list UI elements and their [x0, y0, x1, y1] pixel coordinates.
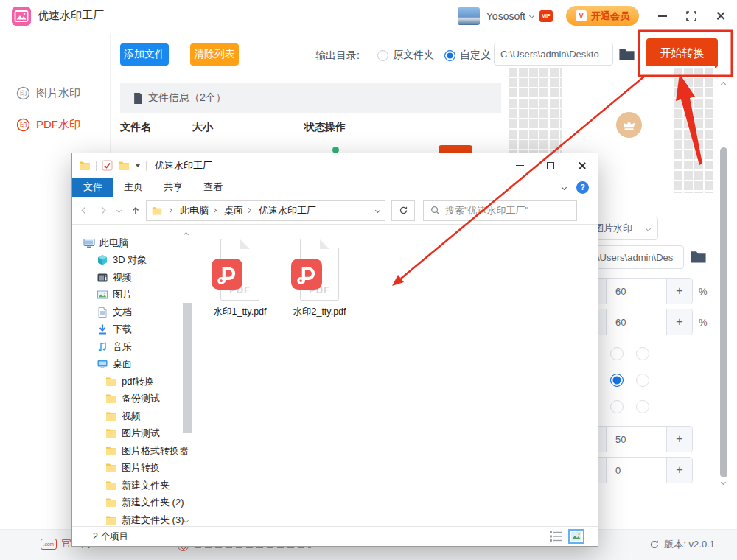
output-path-input[interactable]: C:\Users\admin\Deskto — [494, 43, 613, 66]
pdf-file-item[interactable]: PDF 水印1_tty.pdf — [209, 236, 271, 318]
position-radio[interactable] — [636, 374, 649, 387]
pdf-file-item[interactable]: PDF 水印2_tty.pdf — [288, 236, 351, 318]
table-header-row: 文件名大小状态操作 — [120, 113, 501, 142]
position-radio[interactable] — [610, 400, 624, 413]
tree-item[interactable]: 备份测试 — [72, 391, 183, 408]
cube-icon — [97, 254, 108, 266]
stepper-value[interactable]: 60 — [607, 279, 626, 304]
properties-check-icon[interactable] — [102, 160, 113, 171]
position-radio[interactable] — [636, 347, 649, 360]
open-vip-button[interactable]: V 开通会员 — [566, 6, 639, 26]
stepper-value[interactable]: 0 — [607, 458, 621, 483]
start-convert-button[interactable]: 开始转换 — [646, 38, 718, 68]
stepper-value[interactable]: 50 — [607, 427, 626, 452]
explorer-maximize-button[interactable] — [547, 162, 554, 169]
refresh-button[interactable] — [391, 200, 415, 221]
radio-icon-checked — [444, 50, 455, 61]
search-input[interactable]: 搜索"优速水印工厂" — [423, 200, 577, 221]
music-icon — [97, 341, 108, 353]
new-folder-icon[interactable] — [118, 160, 130, 172]
panel-scrollbar-thumb[interactable] — [720, 147, 727, 477]
add-files-button[interactable]: 添加文件 — [120, 43, 169, 66]
ribbon-tab[interactable]: 查看 — [193, 178, 233, 197]
sidebar-item[interactable]: 印 图片水印 — [0, 77, 110, 109]
pdf-app-badge-icon — [291, 259, 322, 290]
tree-item[interactable]: 3D 对象 — [72, 252, 183, 270]
quick-access-caret-icon[interactable] — [135, 164, 141, 167]
desktop-icon — [97, 358, 108, 370]
help-icon[interactable]: ? — [576, 181, 589, 194]
plus-button[interactable]: + — [666, 427, 692, 452]
tree-item[interactable]: 桌面 — [72, 356, 183, 374]
position-radio[interactable] — [610, 374, 624, 387]
download-icon — [97, 323, 108, 335]
close-button[interactable] — [716, 11, 725, 21]
minimize-button[interactable] — [658, 15, 667, 17]
browse-folder-icon[interactable] — [618, 46, 635, 63]
thumbnails-view-icon[interactable] — [568, 529, 584, 544]
history-chevron-icon[interactable] — [112, 209, 125, 212]
page-fold — [240, 239, 250, 249]
tree-item[interactable]: pdf转换 — [72, 373, 183, 391]
tree-item[interactable]: 图片格式转换器 — [72, 442, 183, 460]
tree-scroll-up-icon[interactable] — [184, 232, 189, 237]
details-view-icon[interactable] — [549, 531, 562, 542]
back-icon[interactable] — [78, 208, 91, 213]
explorer-address-bar: 此电脑 桌面 优速水印工厂 — [72, 197, 598, 225]
tree-item[interactable]: 新建文件夹 (2) — [72, 494, 183, 512]
tree-item-label: 3D 对象 — [113, 253, 147, 267]
tree-scrollbar-thumb[interactable] — [183, 303, 192, 433]
scroll-down-icon[interactable] — [721, 480, 726, 485]
account-name[interactable]: Yososoft — [486, 10, 525, 22]
browse-watermark-folder-icon[interactable] — [690, 248, 707, 265]
radio-original-folder[interactable]: 原文件夹 — [377, 49, 434, 62]
plus-button[interactable]: + — [666, 458, 692, 483]
explorer-minimize-button[interactable] — [516, 165, 524, 167]
breadcrumb-item[interactable]: 优速水印工厂 — [247, 204, 316, 217]
document-icon — [133, 93, 143, 104]
tree-item-label: 新建文件夹 — [122, 479, 170, 492]
clear-list-button[interactable]: 清除列表 — [190, 43, 239, 66]
up-icon[interactable] — [129, 206, 142, 216]
breadcrumb-item[interactable]: 桌面 — [212, 204, 243, 217]
position-radio[interactable] — [610, 347, 624, 360]
tree-item[interactable]: 视频 — [72, 269, 183, 287]
tree-item[interactable]: 图片 — [72, 287, 183, 304]
breadcrumb[interactable]: 此电脑 桌面 优速水印工厂 — [146, 200, 385, 221]
ribbon-collapse-icon[interactable] — [562, 184, 567, 189]
divider — [96, 161, 97, 171]
app-logo-icon — [12, 7, 31, 26]
tree-item[interactable]: 音乐 — [72, 338, 183, 356]
explorer-titlebar[interactable]: 优速水印工厂 — [72, 153, 598, 178]
radio-icon — [377, 50, 388, 61]
refresh-icon[interactable] — [649, 539, 660, 550]
tree-item[interactable]: 下载 — [72, 321, 183, 339]
forward-icon[interactable] — [95, 208, 108, 213]
ribbon-tab[interactable]: 共享 — [153, 178, 193, 197]
plus-button[interactable]: + — [666, 309, 692, 335]
tree-item[interactable]: 文档 — [72, 304, 183, 321]
plus-button[interactable]: + — [666, 279, 692, 304]
position-radio[interactable] — [636, 400, 649, 413]
user-avatar[interactable] — [458, 7, 480, 25]
folder-icon — [152, 206, 162, 216]
breadcrumb-item[interactable]: 此电脑 — [168, 204, 209, 217]
folder-icon — [105, 410, 117, 422]
sidebar-item[interactable]: 印 PDF水印 — [0, 109, 110, 141]
ribbon-tab[interactable]: 文件 — [72, 178, 113, 197]
chevron-down-icon[interactable] — [529, 13, 534, 18]
radio-custom-folder[interactable]: 自定义 — [444, 49, 491, 62]
scroll-up-icon[interactable] — [721, 82, 726, 87]
ribbon-tab[interactable]: 主页 — [113, 178, 153, 197]
fullscreen-button[interactable] — [686, 11, 696, 21]
address-dropdown-icon[interactable] — [375, 208, 380, 213]
stepper-value[interactable]: 60 — [607, 309, 626, 335]
tree-item[interactable]: 此电脑 — [72, 234, 183, 252]
tree-item[interactable]: 图片测试 — [72, 425, 183, 443]
tree-item[interactable]: 新建文件夹 — [72, 477, 183, 494]
tree-scroll-down-icon[interactable] — [184, 518, 189, 523]
tree-item[interactable]: 图片转换 — [72, 460, 183, 477]
tree-item[interactable]: 视频 — [72, 407, 183, 425]
table-column-header: 大小 — [192, 121, 304, 134]
explorer-close-button[interactable] — [577, 161, 586, 170]
